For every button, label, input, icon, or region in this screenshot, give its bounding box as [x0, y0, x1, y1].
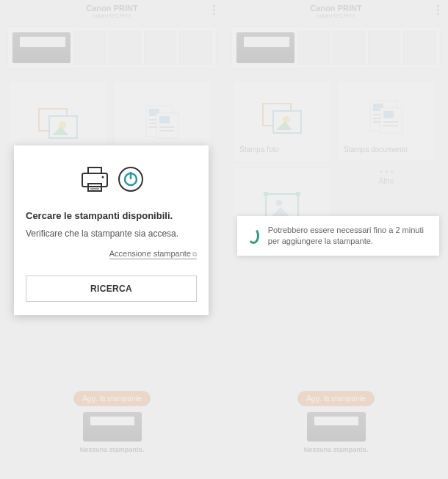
dialog-icon-row — [26, 165, 197, 194]
search-button[interactable]: RICERCA — [26, 275, 197, 302]
power-on-link[interactable]: Accensione stampante⧉ — [109, 249, 197, 259]
spinner-icon — [248, 228, 259, 244]
svg-point-15 — [101, 176, 104, 179]
external-link-icon: ⧉ — [192, 251, 197, 258]
dialog-title: Cercare le stampanti disponibili. — [26, 210, 197, 221]
screen-right: Canon PRINT Inkjet/SELPHY Stampa foto St… — [224, 0, 448, 479]
toast-text: Potrebbero essere necessari fino a 2 min… — [268, 225, 429, 247]
dialog-subtitle: Verificare che la stampante sia accesa. — [26, 228, 197, 239]
waiting-toast: Potrebbero essere necessari fino a 2 min… — [237, 216, 439, 256]
link-text: Accensione stampante — [109, 249, 191, 258]
printer-icon — [78, 165, 115, 194]
svg-rect-12 — [82, 173, 107, 187]
screen-left: Canon PRINT Inkjet/SELPHY Agg. la stampa… — [0, 0, 224, 479]
svg-rect-13 — [88, 168, 101, 173]
power-icon — [116, 165, 145, 194]
search-printers-dialog: Cercare le stampanti disponibili. Verifi… — [14, 145, 209, 315]
